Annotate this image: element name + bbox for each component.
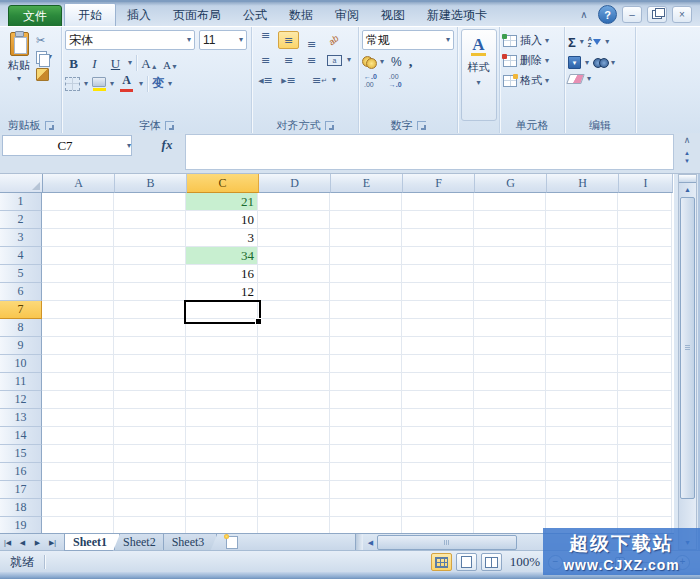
cell-A7[interactable]	[42, 301, 114, 319]
cell-C10[interactable]	[186, 355, 258, 373]
wrap-text-button[interactable]: ≡↵	[309, 71, 330, 89]
row-header-6[interactable]: 6	[0, 283, 42, 301]
tab-0[interactable]: 开始	[64, 3, 116, 28]
clear-button[interactable]	[566, 74, 585, 84]
cell-E5[interactable]	[330, 265, 402, 283]
cell-D9[interactable]	[258, 337, 330, 355]
cell-G11[interactable]	[474, 373, 546, 391]
normal-view-button[interactable]	[431, 553, 452, 571]
cell-G13[interactable]	[474, 409, 546, 427]
split-handle[interactable]	[679, 175, 696, 183]
cell-A2[interactable]	[42, 211, 114, 229]
fill-color-button[interactable]	[92, 77, 106, 91]
cell-C5[interactable]: 16	[186, 265, 258, 283]
cell-B2[interactable]	[114, 211, 186, 229]
tab-6[interactable]: 视图	[370, 4, 416, 28]
cell-F18[interactable]	[402, 499, 474, 517]
font-color-button[interactable]: A	[118, 75, 135, 92]
increase-decimal-button[interactable]: ←.0.00	[362, 73, 379, 88]
vertical-scrollbar[interactable]: ▲ ▼	[678, 174, 697, 550]
insert-cells-button[interactable]: 插入▾	[503, 33, 562, 48]
paste-dropdown-icon[interactable]: ▾	[17, 75, 21, 83]
cell-F15[interactable]	[402, 445, 474, 463]
row-header-7[interactable]: 7	[0, 301, 42, 319]
formula-scroll-down-icon[interactable]: ▼	[684, 157, 690, 165]
cell-F17[interactable]	[402, 481, 474, 499]
cell-D1[interactable]	[258, 193, 330, 211]
row-header-18[interactable]: 18	[0, 499, 42, 517]
select-all-corner[interactable]	[0, 174, 43, 193]
paste-button[interactable]: 粘贴 ▾	[3, 30, 35, 117]
cell-D15[interactable]	[258, 445, 330, 463]
sheet-tab-sheet2[interactable]: Sheet2	[114, 534, 169, 551]
cell-A11[interactable]	[42, 373, 114, 391]
cell-B8[interactable]	[114, 319, 186, 337]
cell-G7[interactable]	[474, 301, 546, 319]
cell-A4[interactable]	[42, 247, 114, 265]
last-sheet-button[interactable]: ▶|	[45, 534, 60, 551]
cell-E7[interactable]	[330, 301, 402, 319]
copy-button[interactable]: ▾	[35, 50, 53, 64]
format-cells-button[interactable]: 格式▾	[503, 73, 562, 88]
cell-H16[interactable]	[546, 463, 618, 481]
zoom-level[interactable]: 100%	[510, 554, 540, 570]
cell-H13[interactable]	[546, 409, 618, 427]
cell-C18[interactable]	[186, 499, 258, 517]
borders-icon[interactable]	[65, 77, 80, 91]
align-bottom-button[interactable]: ≡	[301, 31, 322, 49]
cell-C15[interactable]	[186, 445, 258, 463]
cell-B14[interactable]	[114, 427, 186, 445]
sheet-tab-sheet3[interactable]: Sheet3	[163, 534, 218, 551]
row-header-15[interactable]: 15	[0, 445, 42, 463]
cell-D7[interactable]	[258, 301, 330, 319]
cell-G8[interactable]	[474, 319, 546, 337]
cell-G2[interactable]	[474, 211, 546, 229]
row-header-4[interactable]: 4	[0, 247, 42, 265]
selection-box[interactable]	[184, 300, 261, 324]
cell-H14[interactable]	[546, 427, 618, 445]
cell-A9[interactable]	[42, 337, 114, 355]
cell-I12[interactable]	[618, 391, 672, 409]
row-header-9[interactable]: 9	[0, 337, 42, 355]
cell-H9[interactable]	[546, 337, 618, 355]
column-header-C[interactable]: C	[187, 174, 259, 193]
cell-I17[interactable]	[618, 481, 672, 499]
cell-D11[interactable]	[258, 373, 330, 391]
row-header-11[interactable]: 11	[0, 373, 42, 391]
cell-C6[interactable]: 12	[186, 283, 258, 301]
cell-D2[interactable]	[258, 211, 330, 229]
align-center-button[interactable]: ≡	[278, 51, 299, 69]
percent-style-button[interactable]: %	[391, 55, 402, 69]
cell-E19[interactable]	[330, 517, 402, 533]
cell-H8[interactable]	[546, 319, 618, 337]
decrease-decimal-button[interactable]: .00→.0	[387, 73, 404, 88]
cell-H6[interactable]	[546, 283, 618, 301]
cell-G17[interactable]	[474, 481, 546, 499]
scroll-left-icon[interactable]: ◀	[363, 534, 377, 551]
underline-button[interactable]: U	[107, 53, 124, 72]
cell-G19[interactable]	[474, 517, 546, 533]
row-header-13[interactable]: 13	[0, 409, 42, 427]
cell-C19[interactable]	[186, 517, 258, 533]
tab-file[interactable]: 文件	[8, 5, 62, 28]
cell-F4[interactable]	[402, 247, 474, 265]
cell-F12[interactable]	[402, 391, 474, 409]
align-right-button[interactable]: ≡	[301, 51, 322, 69]
column-header-H[interactable]: H	[547, 174, 619, 193]
prev-sheet-button[interactable]: ◀	[15, 534, 30, 551]
cell-C14[interactable]	[186, 427, 258, 445]
cell-G16[interactable]	[474, 463, 546, 481]
tab-1[interactable]: 插入	[116, 4, 162, 28]
cell-D16[interactable]	[258, 463, 330, 481]
cell-G1[interactable]	[474, 193, 546, 211]
cell-D3[interactable]	[258, 229, 330, 247]
cell-D13[interactable]	[258, 409, 330, 427]
align-middle-button[interactable]: ≡	[278, 31, 299, 49]
cell-B1[interactable]	[114, 193, 186, 211]
column-header-G[interactable]: G	[475, 174, 547, 193]
cell-I6[interactable]	[618, 283, 672, 301]
cell-E9[interactable]	[330, 337, 402, 355]
cell-C12[interactable]	[186, 391, 258, 409]
cell-C13[interactable]	[186, 409, 258, 427]
align-left-button[interactable]: ≡	[255, 51, 276, 69]
